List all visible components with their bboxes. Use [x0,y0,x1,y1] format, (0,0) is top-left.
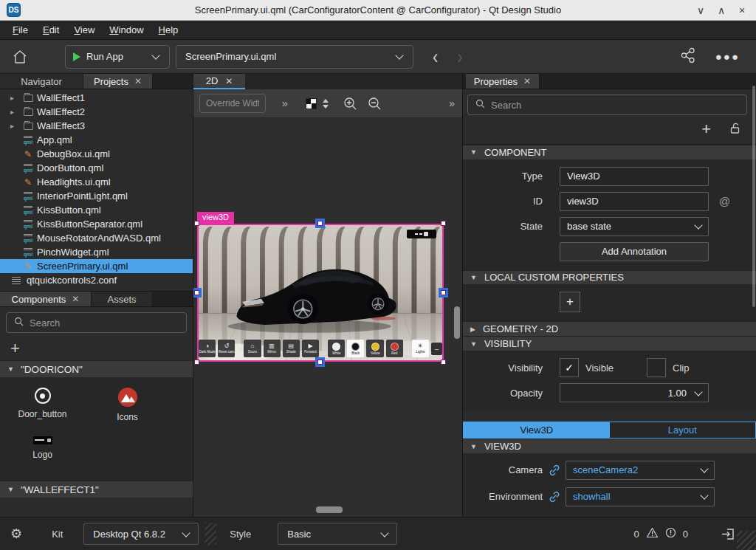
tree-item-KissButton.qml[interactable]: qmlKissButton.qml [0,203,193,217]
override-width-input[interactable] [199,94,266,113]
add-annotation-button[interactable]: Add Annotation [560,242,709,261]
binding-link-icon[interactable] [549,464,560,476]
tree-item-MouseRotatorAndWASD.qml[interactable]: qmlMouseRotatorAndWASD.qml [0,231,193,245]
car-color-red[interactable]: Red [386,340,403,357]
selection-handle[interactable] [317,221,323,226]
car-ui-button[interactable]: ◑Dark Mode [199,340,216,357]
background-spinner-icon[interactable] [323,99,329,109]
components-search-input[interactable] [30,317,186,329]
tab-view3d[interactable]: View3D [464,422,610,438]
section-geometry-2d[interactable]: ▶ GEOMETRY - 2D [463,321,756,336]
component-Door_button[interactable]: Door_button [0,388,85,426]
section-local-custom-properties[interactable]: ▼ LOCAL CUSTOM PROPERTIES [463,270,756,285]
opacity-spinbox[interactable]: 1.00 [560,383,709,402]
selection-handle[interactable] [441,360,446,365]
car-ui-button[interactable]: ▤Shade [283,340,300,357]
selection-handle[interactable] [441,290,446,295]
tab-components[interactable]: Components ✕ [0,292,92,306]
id-input[interactable] [567,196,701,207]
menu-file[interactable]: File [6,22,35,38]
component-Icons[interactable]: Icons [85,388,170,426]
car-ui-button[interactable]: ✳Lights [412,340,429,357]
open-document-dropdown[interactable]: ScreenPrimary.ui.qml [176,45,413,69]
overflow-chevrons-icon[interactable]: » [282,97,288,109]
tab-layout[interactable]: Layout [610,422,756,438]
tree-item-App.qml[interactable]: qmlApp.qml [0,133,193,147]
visible-checkbox[interactable]: ✓ [560,358,579,377]
menu-edit[interactable]: Edit [36,22,66,38]
settings-gear-icon[interactable]: ⚙ [10,526,22,542]
unlock-icon[interactable] [729,122,741,137]
expand-caret-icon[interactable]: ▸ [10,108,14,116]
section-view3d[interactable]: ▼ VIEW3D [463,439,756,453]
alias-export-icon[interactable]: @ [719,195,730,207]
add-component-button[interactable]: + [0,337,193,360]
tree-item-DoorButton.qml[interactable]: qmlDoorButton.qml [0,161,193,175]
car-ui-button[interactable]: ▥Mirror [264,340,281,357]
tab-close-icon[interactable]: ✕ [225,76,233,86]
tab-close-icon[interactable]: ✕ [134,76,142,86]
tree-item-DebugBox.ui.qml[interactable]: ✎DebugBox.ui.qml [0,147,193,161]
minimize-button[interactable]: ∨ [694,4,707,16]
tab-close-icon[interactable]: ✕ [72,294,79,304]
style-dropdown[interactable]: Basic [278,523,397,545]
car-ui-button[interactable]: ↺Reset cam [218,340,235,357]
home-icon[interactable] [10,49,30,65]
tree-item-WallEffect2[interactable]: ▸WallEffect2 [0,105,193,119]
kit-dropdown[interactable]: Desktop Qt 6.8.2 [83,523,199,545]
expand-caret-icon[interactable]: ▸ [10,122,14,130]
output-pane-icon[interactable] [721,528,735,540]
selection-handle[interactable] [194,290,199,295]
tree-item-WallEffect1[interactable]: ▸WallEffect1 [0,91,193,105]
tab-assets[interactable]: Assets [92,292,153,306]
section-header-0[interactable]: ▼"DOORICON" [0,360,193,377]
canvas-vertical-scrollbar[interactable] [454,306,460,339]
properties-scrollbar[interactable] [752,86,755,307]
selection-handle[interactable] [317,360,323,365]
tree-item-WallEffect3[interactable]: ▸WallEffect3 [0,119,193,133]
clip-checkbox[interactable] [647,358,666,377]
zoom-in-icon[interactable] [343,97,357,111]
type-field[interactable] [560,167,709,186]
car-minimize-button[interactable]: – [431,343,442,355]
type-input[interactable] [567,171,701,182]
tree-item-PinchWidget.qml[interactable]: qmlPinchWidget.qml [0,245,193,259]
tab-navigator[interactable]: Navigator [0,74,83,89]
selection-handle[interactable] [441,221,446,226]
selection-handle[interactable] [194,221,199,226]
menu-help[interactable]: Help [152,22,185,38]
expand-caret-icon[interactable]: ▸ [10,94,14,102]
components-search[interactable] [6,312,187,333]
overflow-chevrons-icon[interactable]: » [449,97,455,109]
section-header-1[interactable]: ▼"WALLEFFECT1" [0,481,193,498]
binding-link-icon[interactable] [549,491,560,503]
forward-button[interactable]: › [457,44,462,69]
design-canvas[interactable]: view3D [193,118,462,517]
add-property-button[interactable]: + [701,120,711,139]
tree-item-InteriorPointLight.qml[interactable]: qmlInteriorPointLight.qml [0,189,193,203]
car-color-yellow[interactable]: Yellow [366,340,383,357]
car-color-black[interactable]: Black [347,340,364,357]
properties-search[interactable] [467,94,747,115]
section-component[interactable]: ▼ COMPONENT [463,145,756,159]
component-Logo[interactable]: Logo [0,436,85,464]
view3d-item[interactable]: ◑Dark Mode↺Reset cam⌂Doors▥Mirror▤Shade▶… [197,224,444,362]
menu-window[interactable]: Window [103,22,150,38]
more-options-icon[interactable]: ●●● [715,50,740,63]
car-ui-button[interactable]: ▶Forward [302,340,319,357]
zoom-out-icon[interactable] [368,97,382,111]
maximize-button[interactable]: ∧ [715,4,728,16]
tab-2d[interactable]: 2D ✕ [193,74,245,89]
run-dropdown-chevron-icon[interactable] [151,51,159,59]
tab-close-icon[interactable]: ✕ [523,76,531,86]
properties-search-input[interactable] [491,100,746,111]
add-custom-property-button[interactable]: + [560,292,580,312]
back-button[interactable]: ‹ [433,44,438,69]
camera-dropdown[interactable]: sceneCamera2 [566,461,715,480]
tab-projects[interactable]: Projects ✕ [83,74,153,89]
resize-grip[interactable] [737,531,756,550]
canvas-horizontal-scrollbar[interactable] [316,506,343,513]
state-dropdown[interactable]: base state [560,217,709,236]
car-ui-button[interactable]: ⌂Doors [244,340,261,357]
environment-dropdown[interactable]: showhall [566,487,715,506]
